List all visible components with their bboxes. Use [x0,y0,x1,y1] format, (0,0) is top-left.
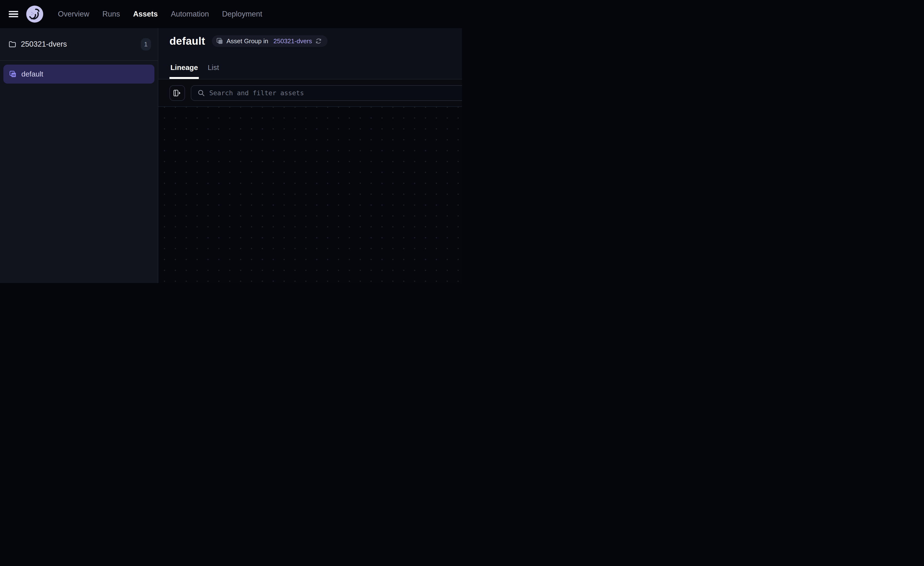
nav-links: Overview Runs Assets Automation Deployme… [55,7,266,21]
dagster-app: Overview Runs Assets Automation Deployme… [0,0,462,283]
lineage-canvas-column: Materialize selected [158,80,462,283]
nav-item-overview[interactable]: Overview [55,7,92,21]
refresh-icon[interactable] [315,38,322,44]
page-header: default Asset Group in 250321-dvers [158,28,462,80]
folder-icon [9,41,16,47]
search-input[interactable] [209,89,462,97]
asset-group-icon [216,38,223,44]
asset-group-badge[interactable]: Asset Group in 250321-dvers [212,35,327,47]
asset-group-badge-link[interactable]: 250321-dvers [273,38,312,45]
panel-toggle-icon [173,90,181,96]
sidebar-group-label: 250321-dvers [21,40,67,48]
sidebar-group-count-badge: 1 [141,38,151,51]
main-area: default Asset Group in 250321-dvers [158,28,462,283]
sidebar-item-default[interactable]: default [3,65,154,84]
asset-group-icon [9,71,16,78]
page-title: default [170,35,205,47]
nav-item-deployment[interactable]: Deployment [219,7,265,21]
sidebar-item-label: default [21,70,43,78]
asset-group-badge-text: Asset Group in [226,38,270,45]
top-nav: Overview Runs Assets Automation Deployme… [0,0,462,28]
menu-icon[interactable] [9,11,18,17]
sidebar: 250321-dvers 1 default 250321-dvers [0,28,158,283]
tab-lineage[interactable]: Lineage [170,63,199,79]
dagster-logo-icon[interactable] [26,5,44,23]
search-icon [198,89,205,97]
collapse-panel-button[interactable] [170,85,185,101]
asset-search-box [191,85,462,101]
nav-item-assets[interactable]: Assets [130,7,161,21]
graph-toolbar: Materialize selected [158,80,462,107]
nav-item-runs[interactable]: Runs [99,7,123,21]
tabs: Lineage List [170,63,220,79]
lineage-graph[interactable]: versioned_number No description Material… [158,107,462,283]
tab-list[interactable]: List [207,63,220,79]
sidebar-group-row[interactable]: 250321-dvers 1 [0,28,158,61]
nav-item-automation[interactable]: Automation [168,7,212,21]
